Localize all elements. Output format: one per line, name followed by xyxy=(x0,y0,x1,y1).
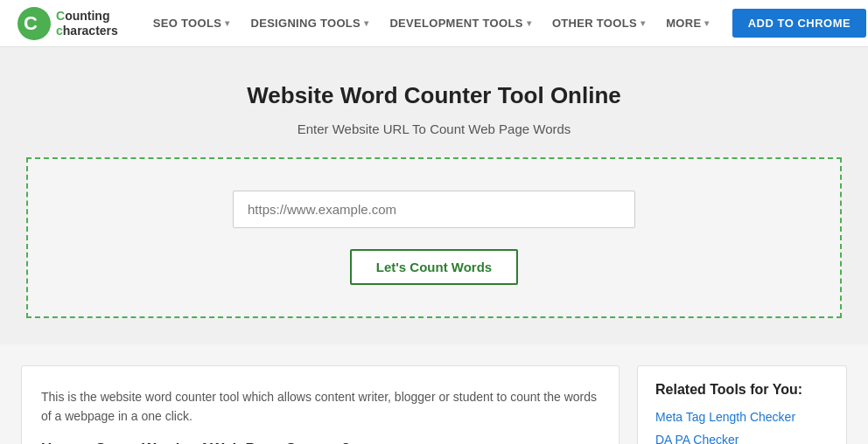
logo[interactable]: C Counting characters xyxy=(18,7,118,40)
chevron-down-icon: ▾ xyxy=(640,18,645,28)
chevron-down-icon: ▾ xyxy=(704,18,709,28)
nav-item-more[interactable]: MORE ▾ xyxy=(657,0,718,47)
related-link-meta-tag[interactable]: Meta Tag Length Checker xyxy=(655,410,829,424)
lower-section: This is the website word counter tool wh… xyxy=(0,344,868,444)
add-to-chrome-button[interactable]: ADD TO CHROME xyxy=(732,9,866,38)
nav-item-seo[interactable]: SEO TOOLS ▾ xyxy=(144,0,239,47)
chevron-down-icon: ▾ xyxy=(527,18,531,28)
nav-item-development[interactable]: DEVELOPMENT TOOLS ▾ xyxy=(381,0,540,47)
count-words-button[interactable]: Let's Count Words xyxy=(350,249,518,285)
chevron-down-icon: ▾ xyxy=(225,18,229,28)
related-card: Related Tools for You: Meta Tag Length C… xyxy=(637,365,847,444)
how-to-title: How to Count Words of Web Page Content? xyxy=(41,441,599,444)
page-subtitle: Enter Website URL To Count Web Page Word… xyxy=(18,121,850,136)
logo-text: Counting characters xyxy=(56,9,118,38)
nav-links: SEO TOOLS ▾ DESIGNING TOOLS ▾ DEVELOPMEN… xyxy=(144,0,866,47)
svg-text:C: C xyxy=(24,12,38,34)
main-section: Website Word Counter Tool Online Enter W… xyxy=(0,47,868,344)
tool-container: Let's Count Words xyxy=(26,157,842,318)
info-description: This is the website word counter tool wh… xyxy=(41,387,599,427)
page-title: Website Word Counter Tool Online xyxy=(18,82,850,109)
related-heading: Related Tools for You: xyxy=(655,382,829,398)
nav-item-designing[interactable]: DESIGNING TOOLS ▾ xyxy=(242,0,377,47)
nav-item-other[interactable]: OTHER TOOLS ▾ xyxy=(543,0,654,47)
related-link-da-pa[interactable]: DA PA Checker xyxy=(655,433,829,444)
url-input[interactable] xyxy=(233,191,635,228)
chevron-down-icon: ▾ xyxy=(364,18,368,28)
info-card: This is the website word counter tool wh… xyxy=(21,365,620,444)
navbar: C Counting characters SEO TOOLS ▾ DESIGN… xyxy=(0,0,868,47)
